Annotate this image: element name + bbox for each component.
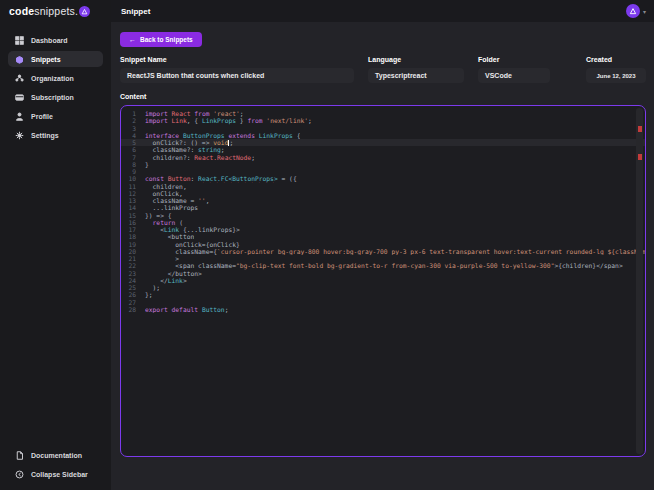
people-icon bbox=[14, 74, 24, 83]
sidebar-item-settings[interactable]: Settings bbox=[8, 127, 103, 143]
code-line-27: 27 bbox=[121, 299, 645, 306]
code-text: import React from 'react'; bbox=[145, 110, 244, 117]
logo-text-light: snippets. bbox=[34, 5, 78, 17]
sidebar-item-snippets[interactable]: Snippets bbox=[8, 51, 103, 67]
code-line-12: 12 onClick, bbox=[121, 190, 645, 197]
line-number: 3 bbox=[121, 125, 145, 132]
nav-item-label: Profile bbox=[31, 113, 53, 120]
code-text: onClick={onClick} bbox=[145, 241, 240, 248]
collapse-icon bbox=[14, 470, 24, 479]
back-to-snippets-button[interactable]: ← Back to Snippets bbox=[120, 32, 202, 47]
field-name: Snippet NameReactJS Button that counts w… bbox=[120, 56, 354, 83]
line-number: 24 bbox=[121, 277, 145, 284]
line-number: 17 bbox=[121, 226, 145, 233]
code-text: children?: React.ReactNode; bbox=[145, 154, 255, 161]
sidebar-footer-documentation[interactable]: Documentation bbox=[8, 447, 103, 463]
sidebar-item-organization[interactable]: Organization bbox=[8, 70, 103, 86]
code-line-8: 8} bbox=[121, 161, 645, 168]
code-line-15: 15}) => { bbox=[121, 212, 645, 219]
line-number: 7 bbox=[121, 154, 145, 161]
code-line-18: 18 <button bbox=[121, 233, 645, 240]
code-text: const Button: React.FC<ButtonProps> = ({ bbox=[145, 175, 297, 182]
person-icon bbox=[14, 112, 24, 121]
code-text: ); bbox=[145, 284, 160, 291]
code-text: ...linkProps bbox=[145, 204, 198, 211]
nav-item-label: Collapse Sidebar bbox=[31, 471, 88, 478]
line-number: 2 bbox=[121, 117, 145, 124]
code-text: onClick?: () => void; bbox=[145, 139, 233, 146]
document-icon bbox=[14, 451, 24, 460]
code-text: > bbox=[145, 255, 179, 262]
field-value-folder[interactable]: VSCode bbox=[478, 68, 550, 83]
sidebar-item-subscription[interactable]: Subscription bbox=[8, 89, 103, 105]
line-number: 19 bbox=[121, 241, 145, 248]
line-number: 18 bbox=[121, 233, 145, 240]
line-number: 25 bbox=[121, 284, 145, 291]
sidebar-footer-nav: DocumentationCollapse Sidebar bbox=[0, 447, 111, 482]
code-line-5: 5 onClick?: () => void; bbox=[121, 139, 645, 146]
code-text: <span className="bg-clip-text font-bold … bbox=[145, 262, 623, 269]
editor-scrollbar[interactable] bbox=[636, 108, 643, 454]
code-text: <Link {...linkProps}> bbox=[145, 226, 240, 233]
line-number: 14 bbox=[121, 204, 145, 211]
app-logo: codesnippets. bbox=[0, 0, 111, 22]
nav-item-label: Snippets bbox=[31, 56, 61, 63]
line-number: 20 bbox=[121, 248, 145, 255]
line-number: 6 bbox=[121, 146, 145, 153]
page-title: Snippet bbox=[121, 7, 150, 16]
line-number: 28 bbox=[121, 306, 145, 313]
line-number: 21 bbox=[121, 255, 145, 262]
sidebar-item-dashboard[interactable]: Dashboard bbox=[8, 32, 103, 48]
sidebar-footer-collapse-sidebar[interactable]: Collapse Sidebar bbox=[8, 466, 103, 482]
field-created: CreatedJune 12, 2023 bbox=[586, 56, 646, 83]
code-editor[interactable]: 1import React from 'react';2import Link,… bbox=[120, 105, 646, 457]
error-mark bbox=[638, 126, 642, 132]
field-label-created: Created bbox=[586, 56, 646, 63]
code-line-2: 2import Link, { LinkProps } from 'next/l… bbox=[121, 117, 645, 124]
box-icon bbox=[14, 55, 24, 64]
content-label: Content bbox=[120, 93, 646, 100]
field-value-name[interactable]: ReactJS Button that counts when clicked bbox=[120, 68, 354, 83]
code-text: return ( bbox=[145, 219, 183, 226]
code-text: className?: string; bbox=[145, 146, 225, 153]
code-text: children, bbox=[145, 183, 187, 190]
code-line-22: 22 <span className="bg-clip-text font-bo… bbox=[121, 262, 645, 269]
chevron-down-icon[interactable]: ▾ bbox=[643, 8, 646, 15]
code-text: interface ButtonProps extends LinkProps … bbox=[145, 132, 300, 139]
sidebar-spacer bbox=[0, 143, 111, 437]
logo-text-bold: code bbox=[9, 5, 34, 17]
line-number: 12 bbox=[121, 190, 145, 197]
code-lines: 1import React from 'react';2import Link,… bbox=[121, 106, 645, 313]
code-line-21: 21 > bbox=[121, 255, 645, 262]
gear-icon bbox=[14, 131, 24, 140]
code-line-13: 13 className = '', bbox=[121, 197, 645, 204]
code-line-7: 7 children?: React.ReactNode; bbox=[121, 154, 645, 161]
line-number: 22 bbox=[121, 262, 145, 269]
nav-item-label: Organization bbox=[31, 75, 74, 82]
line-number: 15 bbox=[121, 212, 145, 219]
line-number: 4 bbox=[121, 132, 145, 139]
nav-item-label: Settings bbox=[31, 132, 59, 139]
error-mark bbox=[638, 154, 642, 160]
code-line-11: 11 children, bbox=[121, 183, 645, 190]
credit-card-icon bbox=[14, 93, 24, 102]
field-value-language[interactable]: Typescriptreact bbox=[368, 68, 464, 83]
code-line-25: 25 ); bbox=[121, 284, 645, 291]
field-language: LanguageTypescriptreact bbox=[368, 56, 464, 83]
code-text: }; bbox=[145, 291, 153, 298]
back-button-label: Back to Snippets bbox=[140, 36, 193, 43]
sidebar-item-profile[interactable]: Profile bbox=[8, 108, 103, 124]
triangle-logo-icon bbox=[79, 6, 90, 17]
line-number: 8 bbox=[121, 161, 145, 168]
line-number: 27 bbox=[121, 299, 145, 306]
sidebar: codesnippets. DashboardSnippetsOrganizat… bbox=[0, 0, 111, 490]
code-line-1: 1import React from 'react'; bbox=[121, 110, 645, 117]
user-avatar[interactable] bbox=[626, 4, 640, 18]
code-line-24: 24 </Link> bbox=[121, 277, 645, 284]
code-text: onClick, bbox=[145, 190, 183, 197]
field-value-created[interactable]: June 12, 2023 bbox=[586, 68, 646, 83]
line-number: 10 bbox=[121, 175, 145, 182]
line-number: 1 bbox=[121, 110, 145, 117]
grid-icon bbox=[14, 36, 24, 45]
snippet-fields: Snippet NameReactJS Button that counts w… bbox=[120, 56, 646, 83]
